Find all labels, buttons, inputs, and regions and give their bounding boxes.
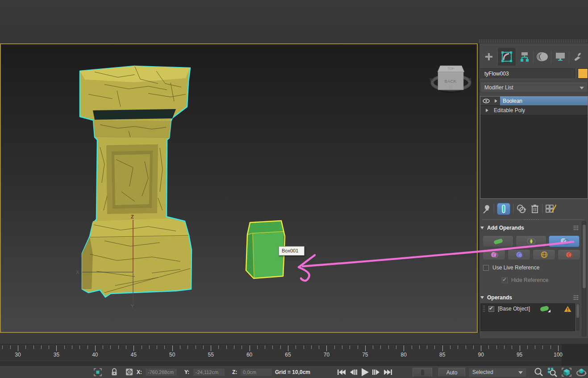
collapse-arrow-icon [480,227,484,229]
show-end-result-button[interactable] [497,203,510,215]
operand-checkbox[interactable] [488,306,494,312]
operands-list-scrollbar[interactable] [576,304,580,331]
timeline-tick [25,345,26,349]
tab-display[interactable] [551,48,569,66]
x-coord-field[interactable]: -760,288cm [145,368,177,376]
next-frame-button[interactable] [372,369,380,376]
timeline-tick [118,345,119,349]
drag-handle[interactable] [483,305,485,312]
orbit-icon[interactable] [576,367,587,377]
timeline-tick [488,345,489,349]
use-live-reference-row[interactable]: Use Live Reference [483,265,539,271]
tab-hierarchy[interactable] [516,48,534,66]
rollout-grip-icon[interactable] [573,295,579,300]
timeline-tick [512,345,512,349]
z-coord-field[interactable]: 0,0cm [240,368,272,376]
hide-reference-row: Hide Reference [502,277,548,283]
timeline-tick [412,345,412,349]
absolute-mode-icon[interactable] [125,368,133,376]
timeline-tick [535,345,535,349]
attach-button[interactable] [508,249,530,260]
timeline-tick [342,345,342,349]
timeline-tick [257,345,258,349]
object-color-swatch[interactable] [578,68,588,79]
tab-modify[interactable] [498,48,516,66]
timeline-frame-label: 55 [203,352,218,358]
configure-modifier-sets-button[interactable] [545,203,557,214]
timeline-tick [49,345,49,349]
add-operands-title: Add Operands [487,225,524,231]
timeline-tick [272,345,273,349]
auto-key-button[interactable]: Auto [438,368,465,377]
operand-item-base-object[interactable]: [Base Object] [481,304,575,314]
rollout-grip-icon[interactable] [573,225,579,231]
tab-create[interactable] [480,48,498,66]
modifier-stack-row-boolean[interactable]: Boolean [480,97,588,106]
object-name-field[interactable]: tyFlow003 [480,68,575,79]
make-unique-button[interactable] [516,204,528,214]
hide-reference-checkbox [502,277,508,283]
zoom-all-icon[interactable] [547,367,557,377]
use-live-reference-checkbox[interactable] [483,265,489,271]
insert-button[interactable] [533,249,555,260]
3ds-max-window: Z X Y W E [0,0,588,378]
operand-type-capsule-icon[interactable] [539,305,550,313]
command-panel-scrollbar[interactable] [582,221,586,336]
selection-set-dropdown[interactable]: Selected [468,368,527,377]
go-to-end-button[interactable] [384,369,392,376]
selection-set-value: Selected [472,369,493,375]
timeline-tick [280,345,281,349]
expand-arrow-icon[interactable] [483,109,491,112]
plus-icon [484,52,494,62]
viewcube: W E TOP BACK N [430,66,471,93]
selection-lock-icon[interactable] [111,368,118,376]
tab-utilities[interactable] [569,48,587,66]
play-button[interactable] [360,368,369,377]
timeline-frame-label: 100 [550,352,566,358]
previous-frame-button[interactable] [349,369,357,376]
viewport[interactable]: Z X Y W E [0,43,478,333]
timeline-frame-label: 35 [49,352,64,358]
modifier-stack-row-editable-poly[interactable]: Editable Poly [480,106,588,115]
timeline-frame-label: 75 [358,352,373,358]
intersect-button[interactable] [516,235,546,247]
track-bar[interactable] [0,361,562,365]
go-to-start-button[interactable] [337,369,346,376]
union-icon [492,238,505,245]
modifier-visibility-toggle[interactable] [480,97,492,105]
set-key-button[interactable] [413,368,432,377]
operation-buttons-row1 [483,235,580,247]
timeline-tick [226,345,227,349]
expand-arrow-icon[interactable] [492,99,500,103]
remove-modifier-button[interactable] [530,204,539,214]
merge-button[interactable] [483,249,505,260]
timeline-tick [218,345,219,349]
timeline-tick [326,345,327,351]
union-button[interactable] [483,235,513,247]
timeline-tick [442,345,443,351]
timeline-tick [41,345,42,349]
timeline-tick [373,345,373,349]
imprint-icon [565,251,574,258]
pin-stack-button[interactable] [481,204,491,214]
y-coord-field[interactable]: -24,112cm [193,368,225,376]
viewcube-face-label: BACK [445,79,457,84]
timeline-tick [434,345,435,349]
modifier-list-dropdown[interactable]: Modifier List [480,83,588,92]
zoom-extents-selected-icon[interactable] [561,367,572,377]
command-panel-grip[interactable] [479,39,588,43]
command-panel-tabs [480,48,588,66]
svg-text:W: W [430,77,434,82]
timeline-ruler[interactable]: 3035404550556065707580859095100 [0,344,562,361]
add-operands-rollout: Add Operands [480,224,580,289]
rollout-separator [482,219,585,220]
operands-header[interactable]: Operands [480,294,580,302]
zoom-icon[interactable] [534,367,543,377]
tab-motion[interactable] [534,48,551,66]
viewport-navigation-controls [534,367,587,377]
imprint-button[interactable] [558,249,580,260]
subtract-button[interactable] [549,235,580,247]
add-operands-header[interactable]: Add Operands [480,224,580,232]
timeline-tick [33,345,34,349]
timeline-tick [56,345,57,351]
